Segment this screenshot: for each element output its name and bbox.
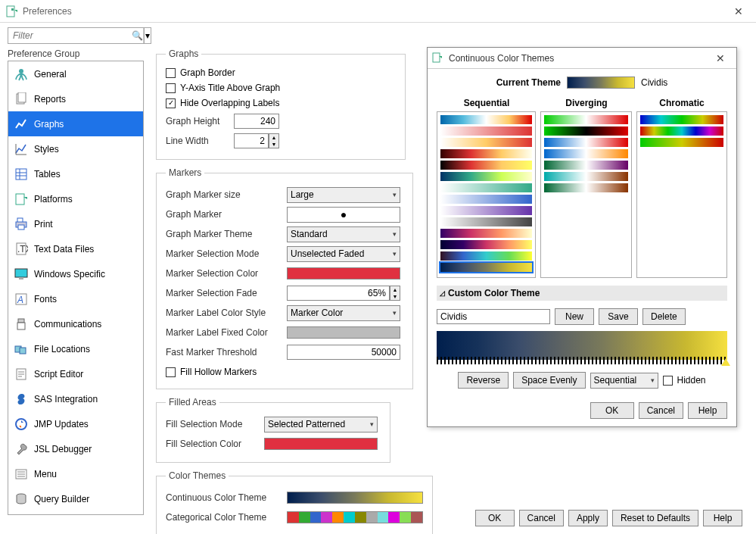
sidebar-item-print[interactable]: Print: [8, 211, 143, 236]
sidebar-item-debugger[interactable]: JSL Debugger: [8, 436, 143, 461]
marker-selmode-select[interactable]: Unselected Faded▾: [287, 246, 400, 262]
sidebar-item-general[interactable]: General: [8, 61, 143, 86]
swatch-item[interactable]: [440, 251, 532, 261]
swatch-item[interactable]: [440, 172, 532, 181]
svg-text:A: A: [17, 295, 23, 305]
cat-theme-swatch[interactable]: [287, 511, 423, 523]
line-width-spinner[interactable]: ▲▼: [269, 133, 279, 148]
marker-selcolor-swatch[interactable]: [287, 267, 400, 279]
space-evenly-button[interactable]: Space Evenly: [513, 372, 585, 389]
cancel-button[interactable]: Cancel: [519, 510, 564, 526]
sidebar-item-fileloc[interactable]: File Locations: [8, 336, 143, 361]
theme-name-input[interactable]: [437, 309, 550, 324]
swatch-item[interactable]: [440, 240, 532, 249]
swatch-item[interactable]: [440, 206, 532, 215]
reverse-button[interactable]: Reverse: [458, 372, 509, 389]
marker-fade-spinner[interactable]: ▲▼: [390, 286, 400, 301]
swatch-item[interactable]: [440, 115, 532, 124]
apply-button[interactable]: Apply: [568, 510, 608, 526]
swatch-item[interactable]: [440, 217, 532, 226]
sidebar-item-script[interactable]: Script Editor: [8, 361, 143, 386]
swatch-item[interactable]: [544, 183, 627, 192]
fill-hollow-checkbox[interactable]: Fill Hollow Markers: [166, 364, 403, 379]
sidebar-item-menu[interactable]: Menu: [8, 461, 143, 486]
swatch-item[interactable]: [440, 183, 532, 192]
ok-button[interactable]: OK: [475, 510, 515, 526]
sidebar-item-graphs[interactable]: Graphs: [8, 111, 143, 136]
swatch-item[interactable]: [544, 161, 627, 170]
swatch-item[interactable]: [544, 149, 627, 158]
reset-button[interactable]: Reset to Defaults: [612, 510, 698, 526]
marker-size-select[interactable]: Large▾: [287, 187, 400, 203]
marker-theme-select[interactable]: Standard▾: [287, 226, 400, 242]
sidebar-item-reports[interactable]: Reports: [8, 86, 143, 111]
swatch-item[interactable]: [440, 161, 532, 170]
dialog-ok-button[interactable]: OK: [590, 402, 634, 419]
swatch-item[interactable]: [640, 138, 723, 147]
theme-type-select[interactable]: Sequential▾: [590, 373, 658, 389]
wrench-icon: [13, 441, 30, 457]
sidebar-item-updates[interactable]: JMP Updates: [8, 411, 143, 436]
swatch-item[interactable]: [544, 172, 627, 181]
line-width-input[interactable]: [234, 133, 269, 148]
gradient-handles[interactable]: [437, 357, 727, 364]
preference-tree: General Reports Graphs Styles Tables Pla…: [8, 61, 144, 515]
sidebar-item-tables[interactable]: Tables: [8, 161, 143, 186]
disclosure-icon: ◿: [440, 289, 445, 297]
swatch-item[interactable]: [440, 126, 532, 136]
gradient-end-handle[interactable]: [721, 358, 730, 366]
swatch-item[interactable]: [440, 149, 532, 158]
swatch-item[interactable]: [640, 126, 723, 136]
gradient-editor[interactable]: [437, 331, 727, 360]
sidebar-item-textdata[interactable]: .TXTText Data Files: [8, 236, 143, 261]
swatch-item[interactable]: [440, 138, 532, 147]
dialog-help-button[interactable]: Help: [688, 402, 727, 419]
swatch-item[interactable]: [544, 138, 627, 147]
yaxis-above-checkbox[interactable]: Y-Axis Title Above Graph: [166, 80, 396, 95]
search-icon[interactable]: 🔍: [132, 28, 144, 43]
delete-button[interactable]: Delete: [642, 308, 686, 325]
hidden-checkbox[interactable]: Hidden: [663, 373, 706, 388]
swatch-item[interactable]: [544, 115, 627, 124]
platforms-icon: [13, 191, 30, 208]
dialog-close-icon[interactable]: ✕: [709, 52, 732, 64]
swatch-item-selected[interactable]: [440, 263, 532, 272]
graph-border-checkbox[interactable]: Graph Border: [166, 65, 396, 80]
marker-fade-input[interactable]: [287, 286, 390, 301]
marker-fixedcolor-swatch[interactable]: [287, 326, 400, 339]
sidebar-item-querybuilder[interactable]: Query Builder: [8, 486, 143, 511]
chromatic-header: Chromatic: [636, 98, 727, 108]
sidebar-item-sas[interactable]: SAS Integration: [8, 386, 143, 411]
marker-threshold-label: Fast Marker Threshold: [166, 347, 287, 358]
sidebar-item-platforms[interactable]: Platforms: [8, 186, 143, 211]
swatch-item[interactable]: [544, 126, 627, 136]
sidebar-item-label: SAS Integration: [34, 394, 98, 404]
close-icon[interactable]: ✕: [727, 5, 750, 17]
graph-marker-label: Graph Marker: [166, 209, 287, 220]
sidebar-item-fonts[interactable]: AFonts: [8, 286, 143, 311]
cont-theme-swatch[interactable]: [287, 492, 423, 504]
swatch-item[interactable]: [640, 115, 723, 124]
dialog-cancel-button[interactable]: Cancel: [639, 402, 683, 419]
graph-height-input[interactable]: [234, 114, 279, 129]
hide-overlap-checkbox[interactable]: Hide Overlapping Labels: [166, 95, 396, 111]
sidebar-item-comm[interactable]: Communications: [8, 311, 143, 336]
marker-labelcolor-label: Marker Label Color Style: [166, 308, 287, 318]
help-button[interactable]: Help: [703, 510, 742, 526]
swatch-item[interactable]: [440, 229, 532, 238]
filter-input[interactable]: [8, 28, 132, 43]
filter-dropdown-icon[interactable]: ▾: [144, 28, 151, 43]
marker-labelcolor-select[interactable]: Marker Color▾: [287, 305, 400, 321]
fill-color-swatch[interactable]: [264, 438, 378, 450]
marker-threshold-input[interactable]: [287, 345, 400, 360]
custom-section-header[interactable]: ◿Custom Color Theme: [437, 286, 727, 301]
fill-mode-select[interactable]: Selected Patterned▾: [264, 417, 378, 433]
sidebar-item-styles[interactable]: Styles: [8, 136, 143, 161]
swatch-item[interactable]: [440, 195, 532, 204]
filter-box[interactable]: 🔍 ▾: [8, 27, 151, 44]
graph-marker-select[interactable]: ●: [287, 207, 400, 223]
diverging-header: Diverging: [541, 98, 632, 108]
save-button[interactable]: Save: [599, 308, 638, 325]
new-button[interactable]: New: [555, 308, 594, 325]
sidebar-item-windows[interactable]: Windows Specific: [8, 261, 143, 286]
